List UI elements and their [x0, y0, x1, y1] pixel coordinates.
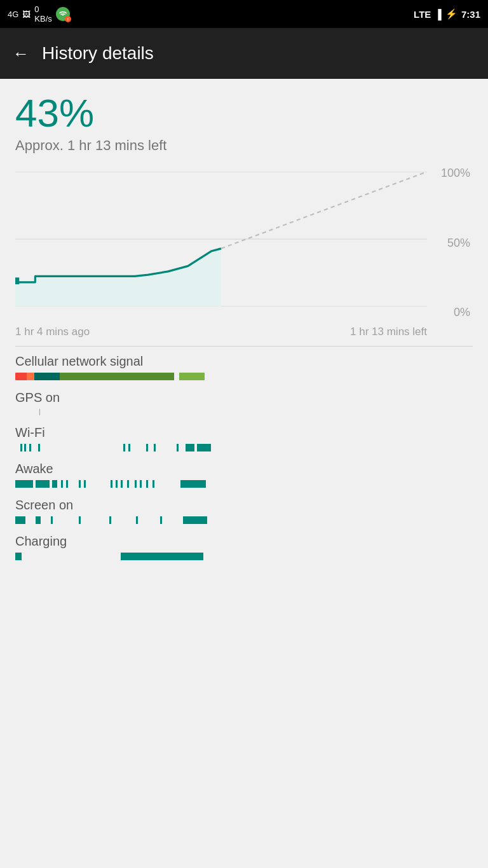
wifi-seg-7: [146, 444, 148, 451]
svg-line-3: [221, 172, 427, 249]
battery-approx: Approx. 1 hr 13 mins left: [15, 137, 473, 154]
charging-icon: ⚡: [445, 8, 458, 20]
wifi-icon: [56, 7, 70, 21]
awake-seg-1: [15, 480, 33, 488]
charging-seg-2: [121, 553, 203, 560]
wifi-seg-4: [38, 444, 40, 451]
awake-section: Awake: [15, 462, 473, 488]
wifi-seg-3: [29, 444, 31, 451]
screen-seg-2: [36, 516, 41, 524]
awake-bar: [15, 480, 212, 488]
gps-title: GPS on: [15, 390, 473, 405]
awake-seg-11: [127, 480, 129, 488]
awake-title: Awake: [15, 462, 473, 476]
awake-seg-10: [121, 480, 123, 488]
awake-seg-14: [146, 480, 148, 488]
cell-seg-red: [15, 373, 27, 380]
gps-section: GPS on: [15, 390, 473, 415]
wifi-seg-8: [154, 444, 156, 451]
awake-seg-15: [152, 480, 154, 488]
wifi-seg-2: [24, 444, 26, 451]
chart-time-right: 1 hr 13 mins left: [350, 326, 427, 338]
cellular-title: Cellular network signal: [15, 354, 473, 369]
main-content: 43% Approx. 1 hr 13 mins left 100% 50% 0…: [0, 79, 488, 583]
svg-marker-4: [15, 249, 221, 307]
wifi-title: Wi-Fi: [15, 425, 473, 440]
photo-icon: 🖼: [22, 10, 30, 19]
awake-seg-3: [52, 480, 57, 488]
awake-seg-6: [79, 480, 81, 488]
top-bar: ← History details: [0, 28, 488, 79]
page-title: History details: [42, 43, 154, 64]
screen-seg-8: [183, 516, 207, 524]
signal-bars: ▐: [435, 9, 442, 20]
awake-seg-8: [111, 480, 112, 488]
chart-time-left: 1 hr 4 mins ago: [15, 326, 90, 338]
charging-seg-1: [15, 553, 22, 560]
wifi-seg-1: [20, 444, 22, 451]
status-bar: 4G 🖼 0KB/s LTE ▐ ⚡ 7:31: [0, 0, 488, 28]
awake-seg-12: [135, 480, 137, 488]
awake-seg-13: [140, 480, 142, 488]
back-button[interactable]: ←: [13, 44, 29, 64]
screen-seg-5: [109, 516, 111, 524]
chart-label-50: 50%: [435, 237, 473, 250]
status-right: LTE ▐ ⚡ 7:31: [414, 8, 480, 20]
awake-seg-9: [116, 480, 118, 488]
screen-seg-3: [51, 516, 53, 524]
screen-seg-6: [136, 516, 138, 524]
wifi-section: Wi-Fi: [15, 425, 473, 451]
charging-title: Charging: [15, 534, 473, 549]
svg-rect-5: [15, 278, 19, 285]
wifi-bar: [15, 444, 212, 451]
screen-bar: [15, 516, 212, 524]
awake-seg-5: [66, 480, 68, 488]
cell-seg-orange: [27, 373, 34, 380]
cell-gap: [174, 373, 179, 380]
battery-chart: 100% 50% 0%: [15, 167, 473, 319]
chart-label-100: 100%: [435, 167, 473, 180]
screen-section: Screen on: [15, 498, 473, 524]
awake-seg-2: [36, 480, 50, 488]
gps-bar: [15, 409, 212, 415]
wifi-seg-11: [197, 444, 211, 451]
screen-seg-1: [15, 516, 25, 524]
cell-seg-olivelight: [179, 373, 205, 380]
chart-label-0: 0%: [435, 306, 473, 319]
clock: 7:31: [461, 9, 480, 20]
awake-seg-16: [180, 480, 206, 488]
cellular-bar: [15, 373, 212, 380]
lte-label: LTE: [414, 9, 431, 20]
awake-seg-7: [84, 480, 86, 488]
wifi-seg-9: [177, 444, 179, 451]
chart-svg-area: [15, 172, 427, 307]
wifi-seg-5: [123, 444, 125, 451]
battery-percent: 43%: [15, 92, 473, 135]
network-type: 4G: [8, 10, 18, 19]
screen-seg-7: [160, 516, 162, 524]
screen-seg-4: [79, 516, 81, 524]
chart-time-labels: 1 hr 4 mins ago 1 hr 13 mins left: [15, 326, 473, 338]
wifi-seg-10: [186, 444, 194, 451]
data-usage: 0KB/s: [34, 4, 51, 24]
screen-title: Screen on: [15, 498, 473, 513]
charging-bar: [15, 553, 212, 560]
awake-seg-4: [61, 480, 63, 488]
cell-seg-darkgreen: [34, 373, 60, 380]
cellular-section: Cellular network signal: [15, 354, 473, 380]
wifi-seg-6: [128, 444, 130, 451]
divider-1: [15, 346, 473, 347]
gps-tick-1: [39, 409, 40, 415]
status-left: 4G 🖼 0KB/s: [8, 4, 70, 24]
chart-y-labels: 100% 50% 0%: [428, 167, 473, 319]
charging-section: Charging: [15, 534, 473, 560]
cell-seg-olive: [60, 373, 174, 380]
